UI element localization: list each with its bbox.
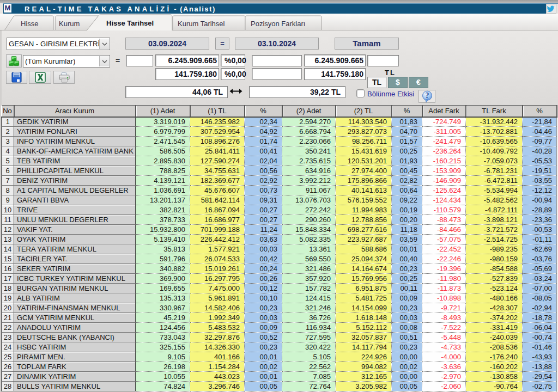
svg-text:?: ? [425, 91, 429, 100]
